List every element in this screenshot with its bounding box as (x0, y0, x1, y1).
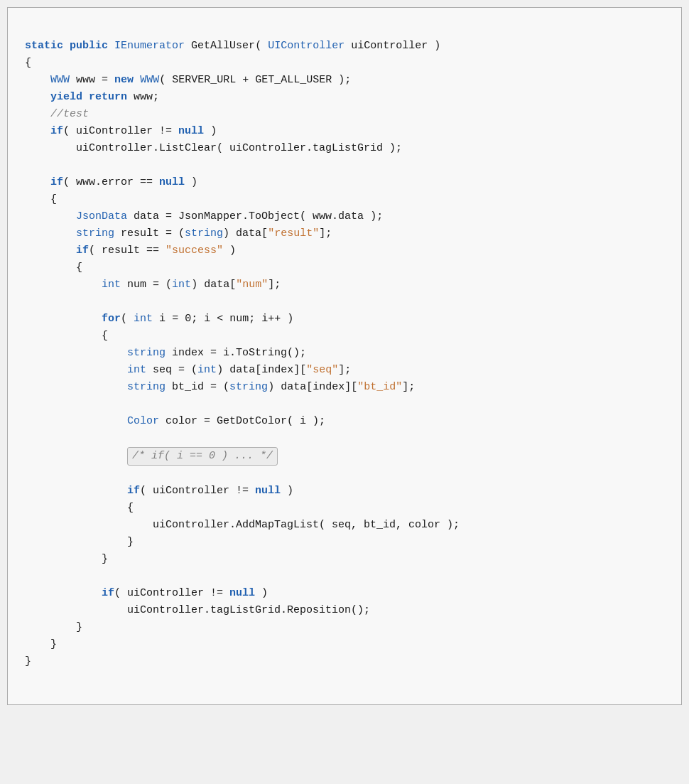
code-content: static public IEnumerator GetAllUser( UI… (25, 21, 664, 687)
comment-highlight: /* if( i == 0 ) ... */ (127, 447, 278, 466)
code-editor: static public IEnumerator GetAllUser( UI… (7, 7, 682, 705)
